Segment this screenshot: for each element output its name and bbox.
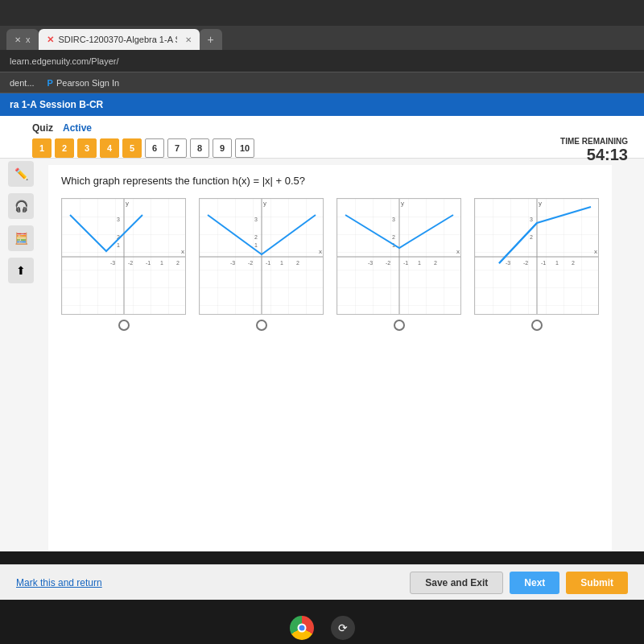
header-bar: ra 1-A Session B-CR: [0, 93, 644, 116]
radio-4[interactable]: [531, 320, 543, 331]
svg-text:x: x: [594, 248, 597, 255]
page-content: ra 1-A Session B-CR Quiz Active 1 2 3 4 …: [0, 93, 644, 551]
taskbar-icon-symbol: ⟳: [338, 621, 348, 634]
address-bar: learn.edgenuity.com/Player/: [0, 50, 644, 72]
svg-text:-1: -1: [541, 260, 546, 266]
svg-text:1: 1: [280, 260, 283, 266]
svg-text:y: y: [401, 200, 404, 207]
svg-text:3: 3: [530, 217, 533, 222]
svg-text:1: 1: [160, 260, 163, 266]
tab-label-1: x: [26, 35, 31, 44]
q-num-6[interactable]: 6: [145, 138, 164, 158]
svg-text:-2: -2: [248, 260, 253, 266]
chrome-inner-circle: [298, 624, 307, 633]
graph-option-1: x y -3 -2 -1 1 2 3 2 1: [61, 198, 186, 331]
timer-label: TIME REMAINING: [560, 137, 628, 146]
q-num-1[interactable]: 1: [32, 138, 52, 158]
pearson-icon: P: [47, 78, 53, 88]
question-text: Which graph represents the function h(x)…: [61, 175, 599, 187]
q-num-2[interactable]: 2: [55, 138, 74, 158]
svg-text:2: 2: [254, 234, 258, 240]
quiz-label: Quiz: [32, 122, 53, 134]
svg-text:2: 2: [296, 260, 299, 266]
quiz-status: Active: [63, 122, 92, 134]
svg-text:-1: -1: [266, 260, 270, 266]
taskbar-chrome-icon[interactable]: [289, 615, 315, 641]
svg-text:-1: -1: [403, 260, 408, 266]
svg-text:-3: -3: [110, 260, 115, 266]
radio-2[interactable]: [256, 320, 267, 331]
pencil-icon[interactable]: ✏️: [8, 161, 34, 187]
q-num-3[interactable]: 3: [77, 138, 97, 158]
mark-return-link[interactable]: Mark this and return: [16, 577, 102, 588]
tab-inactive-1[interactable]: ✕ x: [6, 29, 39, 50]
q-num-5[interactable]: 5: [122, 138, 142, 158]
q-num-7[interactable]: 7: [167, 138, 187, 158]
bookmark-pearson[interactable]: P Pearson Sign In: [47, 78, 120, 88]
graph-box-4: x y -3 -2 -1 1 2 3 2: [474, 198, 599, 315]
chrome-logo: [290, 616, 314, 640]
taskbar: ⟳: [0, 612, 644, 644]
svg-text:x: x: [456, 248, 460, 255]
question-numbers: 1 2 3 4 5 6 7 8 9 10: [32, 138, 612, 158]
svg-text:2: 2: [392, 234, 395, 240]
address-text: learn.edgenuity.com/Player/: [10, 56, 119, 66]
graph-box-2: x y -3 -2 -1 1 2 3 2 1: [199, 198, 324, 315]
tab-close-active[interactable]: ✕: [185, 35, 192, 44]
question-area: Which graph represents the function h(x)…: [48, 165, 612, 551]
q-num-9[interactable]: 9: [213, 138, 232, 158]
save-exit-button[interactable]: Save and Exit: [410, 572, 503, 594]
radio-1[interactable]: [118, 320, 130, 331]
svg-text:-2: -2: [523, 260, 528, 266]
tab-x-favicon: ✕: [47, 35, 54, 45]
q-num-8[interactable]: 8: [190, 138, 209, 158]
tab-active[interactable]: ✕ SDIRC-1200370-Algebra 1-A Ses ✕: [39, 29, 200, 50]
calculator-icon[interactable]: 🧮: [8, 225, 34, 251]
svg-text:3: 3: [254, 217, 258, 222]
graph-box-1: x y -3 -2 -1 1 2 3 2 1: [61, 198, 186, 315]
timer-area: TIME REMAINING 54:13: [560, 137, 628, 164]
tab-new[interactable]: +: [200, 29, 222, 50]
q-num-4[interactable]: 4: [100, 138, 119, 158]
svg-text:2: 2: [530, 234, 533, 240]
svg-text:y: y: [539, 200, 542, 207]
graph-option-3: x y -3 -2 -1 1 2 3 2 1: [336, 198, 461, 331]
svg-text:1: 1: [418, 260, 421, 266]
bottom-bar: Mark this and return Save and Exit Next …: [0, 564, 644, 600]
tab-label-active: SDIRC-1200370-Algebra 1-A Ses: [59, 35, 177, 44]
next-button[interactable]: Next: [510, 572, 559, 594]
svg-text:1: 1: [555, 260, 559, 266]
submit-button[interactable]: Submit: [566, 572, 628, 594]
svg-text:-1: -1: [146, 260, 151, 266]
q-num-10[interactable]: 10: [235, 138, 254, 158]
tab-bar: ✕ x ✕ SDIRC-1200370-Algebra 1-A Ses ✕ +: [0, 26, 644, 50]
graph-option-2: x y -3 -2 -1 1 2 3 2 1: [199, 198, 324, 331]
graph-box-3: x y -3 -2 -1 1 2 3 2 1: [336, 198, 461, 315]
bookmark-pearson-label: Pearson Sign In: [56, 78, 119, 88]
svg-text:-3: -3: [506, 260, 510, 266]
svg-text:x: x: [319, 248, 322, 255]
browser-top-bar: [0, 0, 644, 26]
bookmark-bar: dent... P Pearson Sign In: [0, 72, 644, 93]
quiz-nav: Quiz Active 1 2 3 4 5 6 7 8 9 10: [0, 116, 644, 159]
radio-3[interactable]: [394, 320, 405, 331]
svg-text:3: 3: [117, 217, 120, 222]
arrow-up-icon[interactable]: ⬆: [8, 258, 34, 283]
svg-text:3: 3: [392, 217, 395, 222]
svg-text:-3: -3: [368, 260, 373, 266]
svg-text:-3: -3: [230, 260, 235, 266]
graph-option-4: x y -3 -2 -1 1 2 3 2: [474, 198, 599, 331]
svg-text:y: y: [126, 200, 129, 207]
svg-text:2: 2: [434, 260, 437, 266]
svg-text:1: 1: [117, 242, 120, 248]
svg-text:-2: -2: [386, 260, 390, 266]
quiz-labels: Quiz Active: [32, 122, 612, 134]
bookmark-dent[interactable]: dent...: [10, 78, 35, 88]
bookmark-dent-label: dent...: [10, 78, 35, 88]
headphones-icon[interactable]: 🎧: [8, 193, 34, 219]
taskbar-other-icon[interactable]: ⟳: [331, 616, 355, 640]
timer-value: 54:13: [560, 146, 628, 164]
browser-chrome: ✕ x ✕ SDIRC-1200370-Algebra 1-A Ses ✕ + …: [0, 0, 644, 93]
sidebar-icons: ✏️ 🎧 🧮 ⬆: [8, 161, 34, 283]
svg-text:2: 2: [572, 260, 575, 266]
